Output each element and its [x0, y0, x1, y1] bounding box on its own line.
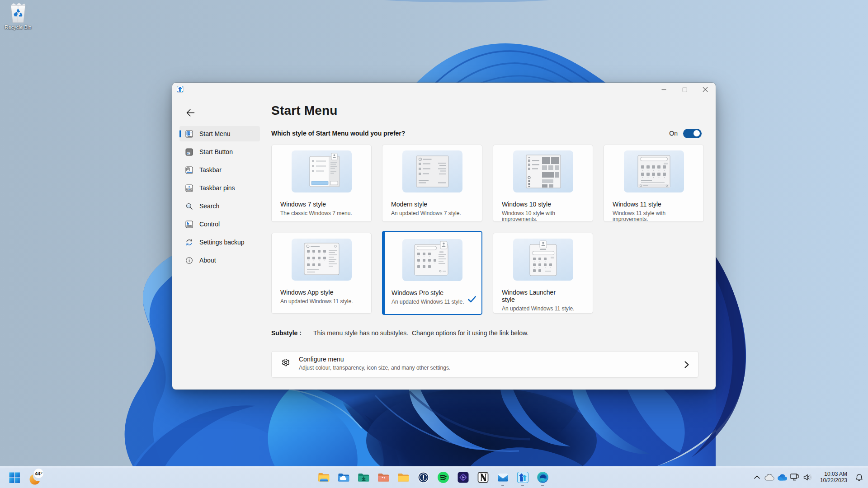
tray-volume[interactable]	[801, 467, 814, 487]
taskbar-cloud-folder[interactable]	[334, 467, 354, 487]
sidebar-item-control[interactable]: Control	[179, 216, 260, 232]
style-question: Which style of Start Menu would you pref…	[271, 130, 405, 137]
thumbnail-windows-app-style	[292, 239, 352, 281]
page-title: Start Menu	[271, 103, 338, 118]
weather-moon-icon: 44°	[24, 468, 50, 488]
style-description: An updated Windows 11 style.	[280, 299, 358, 305]
taskbar-notion[interactable]	[473, 467, 493, 487]
tray-onedrive[interactable]	[776, 467, 788, 487]
tray-clock[interactable]: 10:03 AM 10/22/2023	[817, 471, 847, 483]
taskbar-pins-icon	[185, 184, 193, 192]
notion-icon	[477, 471, 489, 483]
taskbar-mail[interactable]	[493, 467, 513, 487]
spotify-icon	[437, 471, 449, 483]
taskbar-pictures-folder[interactable]	[373, 467, 393, 487]
configure-menu-title: Configure menu	[299, 356, 344, 363]
substyle-row: Substyle : This menu style has no substy…	[271, 329, 302, 337]
recycle-bin-label: Recycle Bin	[2, 24, 34, 30]
weather-temp: 44°	[35, 471, 42, 476]
recycle-bin[interactable]: Recycle Bin	[2, 3, 34, 30]
sidebar-item-taskbar-pins[interactable]: Taskbar pins	[179, 180, 260, 196]
chevron-up-icon	[754, 475, 760, 479]
main-pane: Start Menu Which style of Start Menu wou…	[271, 83, 704, 389]
style-card-windows-launcher[interactable]: Windows Launcher style An updated Window…	[493, 233, 593, 314]
taskbar-edge[interactable]	[533, 467, 552, 487]
style-toggle[interactable]	[683, 129, 702, 138]
style-name: Windows 11 style	[613, 201, 680, 208]
tray-notifications[interactable]	[850, 467, 868, 487]
style-name: Windows Launcher style	[502, 289, 570, 303]
speaker-icon	[803, 474, 812, 481]
pictures-folder-icon	[377, 471, 390, 483]
start11-window: Start Menu Start Button Taskbar	[172, 83, 716, 389]
tray-cloud-gray[interactable]	[763, 467, 776, 487]
sidebar-item-start-button[interactable]: Start Button	[179, 144, 260, 160]
style-card-windows-11[interactable]: Windows 11 style Windows 11 style with i…	[604, 145, 704, 222]
start-menu-icon	[185, 130, 193, 138]
sidebar-item-about[interactable]: About	[179, 253, 260, 268]
taskbar-icon	[185, 166, 193, 174]
settings-backup-icon	[185, 239, 193, 246]
back-button[interactable]	[184, 106, 197, 119]
sidebar-nav: Start Menu Start Button Taskbar	[179, 126, 260, 271]
style-description: Windows 10 style with improvements.	[502, 211, 580, 222]
sidebar-item-search[interactable]: Search	[179, 198, 260, 214]
thumbnail-modern-style	[402, 150, 462, 192]
style-card-modern[interactable]: Modern style An updated Windows 7 style.	[382, 145, 482, 222]
style-card-windows-pro[interactable]: Windows Pro style An updated Windows 11 …	[382, 231, 482, 315]
taskbar-media-app[interactable]	[453, 467, 473, 487]
sidebar-item-label: Start Menu	[199, 130, 230, 137]
style-name: Windows 7 style	[280, 201, 348, 208]
style-card-windows-10[interactable]: Windows 10 style Windows 10 style with i…	[493, 145, 593, 222]
recycle-bin-icon	[9, 3, 27, 23]
taskbar-downloads-folder[interactable]	[354, 467, 373, 487]
taskbar: 44°	[0, 466, 868, 488]
system-tray: 10:03 AM 10/22/2023	[750, 466, 868, 488]
sidebar-item-start-menu[interactable]: Start Menu	[179, 126, 260, 141]
sidebar-item-label: Taskbar	[199, 166, 222, 174]
mail-icon	[497, 471, 509, 483]
style-description: Windows 11 style with improvements.	[613, 211, 690, 222]
weather-widget[interactable]: 44°	[24, 468, 50, 488]
style-name: Modern style	[391, 201, 459, 208]
taskbar-1password[interactable]	[413, 467, 433, 487]
style-name: Windows 10 style	[502, 201, 570, 208]
sidebar-item-label: About	[199, 257, 216, 264]
gear-icon	[281, 358, 290, 367]
taskbar-file-explorer[interactable]	[314, 467, 334, 487]
taskbar-spotify[interactable]	[433, 467, 453, 487]
start11-app-icon	[177, 86, 184, 93]
style-description: The classic Windows 7 menu.	[280, 211, 358, 216]
configure-menu-button[interactable]: Configure menu Adjust colour, transparen…	[271, 351, 698, 378]
network-icon	[790, 474, 799, 481]
windows-logo-icon	[9, 472, 20, 483]
selected-checkmark-icon	[468, 296, 476, 303]
running-indicator	[521, 485, 524, 486]
tray-chevron-up[interactable]	[750, 467, 763, 487]
taskbar-start11[interactable]	[513, 467, 533, 487]
substyle-label: Substyle :	[271, 329, 302, 337]
running-indicator	[541, 485, 544, 486]
style-cards-row-1: Windows 7 style The classic Windows 7 me…	[271, 145, 704, 222]
sidebar-item-taskbar[interactable]: Taskbar	[179, 162, 260, 178]
cloud-gray-icon	[764, 474, 774, 481]
style-cards-row-2: Windows App style An updated Windows 11 …	[271, 233, 704, 314]
configure-menu-description: Adjust colour, transparency, icon size, …	[299, 365, 450, 371]
substyle-text: This menu style has no substyles. Change…	[313, 329, 689, 337]
taskbar-documents-folder[interactable]	[393, 467, 413, 487]
thumbnail-windows-11-style	[624, 150, 684, 192]
style-description: An updated Windows 7 style.	[391, 211, 469, 216]
style-card-windows-7[interactable]: Windows 7 style The classic Windows 7 me…	[271, 145, 372, 222]
toggle-knob	[693, 130, 700, 136]
bell-icon	[855, 474, 863, 481]
toggle-state-label: On	[669, 130, 678, 137]
sidebar-item-settings-backup[interactable]: Settings backup	[179, 235, 260, 250]
thumbnail-windows-launcher-style	[513, 239, 573, 281]
thumbnail-windows-10-style	[513, 150, 573, 192]
tray-network[interactable]	[788, 467, 801, 487]
cloud-folder-icon	[338, 471, 350, 483]
start-button-icon	[185, 148, 193, 156]
start-button[interactable]	[5, 468, 24, 488]
sidebar-item-label: Settings backup	[199, 239, 245, 246]
style-card-windows-app[interactable]: Windows App style An updated Windows 11 …	[271, 233, 372, 314]
